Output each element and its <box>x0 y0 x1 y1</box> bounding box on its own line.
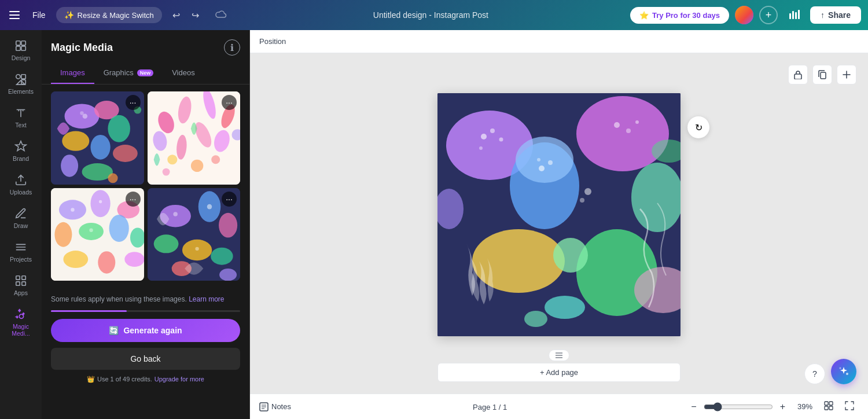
redo-button[interactable]: ↪ <box>187 8 204 23</box>
image-card-1-menu[interactable]: ··· <box>126 95 141 110</box>
info-button[interactable]: ℹ <box>224 39 240 56</box>
fullscreen-button[interactable] <box>840 399 859 414</box>
svg-point-65 <box>153 234 178 253</box>
tab-graphics[interactable]: Graphics New <box>94 63 163 84</box>
svg-point-51 <box>54 222 72 247</box>
progress-bar <box>51 310 240 312</box>
sidebar-item-magic-media[interactable]: Magic Medi... <box>2 303 39 341</box>
svg-rect-10 <box>21 46 25 50</box>
upgrade-link[interactable]: Upgrade for more <box>155 376 204 383</box>
svg-point-85 <box>481 134 487 139</box>
add-account-button[interactable]: + <box>759 6 778 24</box>
image-card-3[interactable]: ··· <box>51 188 144 281</box>
pages-toggle[interactable] <box>549 350 569 361</box>
svg-point-53 <box>109 215 129 242</box>
svg-point-59 <box>99 200 102 203</box>
sidebar-item-brand[interactable]: Brand <box>2 135 39 167</box>
file-menu-button[interactable]: File <box>28 8 50 22</box>
svg-point-31 <box>108 173 117 183</box>
svg-point-97 <box>584 188 591 195</box>
canva-assistant-button[interactable] <box>831 359 856 384</box>
svg-point-72 <box>195 247 198 250</box>
generate-again-button[interactable]: 🔄 Generate again <box>51 319 240 342</box>
avatar[interactable] <box>735 6 753 24</box>
sidebar-draw-label: Draw <box>14 222 28 229</box>
menu-button[interactable] <box>7 9 22 21</box>
sidebar-item-elements[interactable]: Elements <box>2 68 39 100</box>
topbar-right: ⭐ Try Pro for 30 days + ↑ Share <box>630 6 861 24</box>
page-indicator: Page 1 / 1 <box>473 403 507 411</box>
go-back-button[interactable]: Go back <box>51 348 240 370</box>
tab-videos[interactable]: Videos <box>163 63 204 84</box>
canvas-area: Position <box>250 30 868 419</box>
canvas-workspace[interactable]: ↻ <box>250 53 868 394</box>
svg-point-91 <box>635 120 639 124</box>
svg-rect-104 <box>825 402 828 405</box>
svg-rect-2 <box>9 18 20 19</box>
try-pro-button[interactable]: ⭐ Try Pro for 30 days <box>630 7 729 24</box>
sidebar: Design Elements Text Brand Uploads Draw <box>0 30 42 419</box>
sidebar-item-draw[interactable]: Draw <box>2 203 39 234</box>
tab-images[interactable]: Images <box>51 63 94 84</box>
svg-point-94 <box>537 158 540 161</box>
svg-point-27 <box>61 155 78 177</box>
tabs-bar: Images Graphics New Videos <box>42 63 249 84</box>
svg-rect-7 <box>16 41 20 45</box>
svg-point-77 <box>576 96 669 171</box>
refresh-button[interactable]: ↻ <box>687 116 709 138</box>
rules-text: Some rules apply when using these images… <box>51 295 240 304</box>
svg-point-57 <box>124 252 144 267</box>
svg-point-25 <box>90 135 110 160</box>
add-page-button[interactable]: + Add page <box>437 363 681 382</box>
undo-button[interactable]: ↩ <box>168 8 185 23</box>
notes-label: Notes <box>271 402 291 411</box>
sidebar-item-design[interactable]: Design <box>2 35 39 66</box>
svg-point-102 <box>840 367 841 369</box>
zoom-out-button[interactable]: − <box>689 399 698 414</box>
magic-switch-button[interactable]: ✨ Resize & Magic Switch <box>56 7 162 23</box>
sidebar-item-apps[interactable]: Apps <box>2 270 39 301</box>
svg-point-90 <box>626 128 631 133</box>
image-card-2-menu[interactable]: ··· <box>222 95 237 110</box>
svg-point-42 <box>167 155 177 164</box>
learn-more-link[interactable]: Learn more <box>189 295 224 303</box>
svg-point-81 <box>472 229 565 293</box>
sidebar-design-label: Design <box>12 54 31 61</box>
avatar-image <box>735 6 753 24</box>
svg-rect-16 <box>22 276 25 280</box>
cloud-save-button[interactable] <box>209 8 231 23</box>
zoom-slider[interactable] <box>704 402 773 411</box>
position-bar: Position <box>250 30 868 53</box>
sidebar-magic-media-label: Magic Medi... <box>5 323 37 337</box>
svg-point-23 <box>108 115 130 142</box>
design-canvas[interactable] <box>437 93 681 336</box>
canvas-container: ↻ <box>437 111 681 336</box>
sidebar-item-uploads[interactable]: Uploads <box>2 169 39 200</box>
zoom-controls: − + 39% <box>689 399 812 414</box>
help-button[interactable]: ? <box>804 363 825 384</box>
svg-point-30 <box>80 111 83 115</box>
share-button[interactable]: ↑ Share <box>810 6 861 24</box>
notes-button[interactable]: Notes <box>259 402 291 411</box>
sidebar-item-text[interactable]: Text <box>2 102 39 133</box>
svg-rect-18 <box>16 282 20 285</box>
image-card-1[interactable]: ··· <box>51 91 144 185</box>
image-card-3-menu[interactable]: ··· <box>126 192 141 207</box>
image-grid: ··· <box>42 84 249 288</box>
svg-point-19 <box>19 314 23 318</box>
svg-point-88 <box>479 146 483 150</box>
svg-point-86 <box>490 128 495 133</box>
sidebar-item-projects[interactable]: Projects <box>2 236 39 267</box>
svg-point-56 <box>98 251 115 274</box>
svg-rect-106 <box>825 406 828 410</box>
image-card-2[interactable]: ··· <box>148 91 241 185</box>
svg-rect-1 <box>9 14 20 16</box>
undo-redo-group: ↩ ↪ <box>168 8 204 23</box>
zoom-in-button[interactable]: + <box>778 399 788 414</box>
svg-point-45 <box>162 168 170 176</box>
image-card-4[interactable]: ··· <box>148 188 241 281</box>
svg-rect-4 <box>792 11 794 19</box>
image-card-4-menu[interactable]: ··· <box>222 192 237 207</box>
analytics-button[interactable] <box>784 6 804 24</box>
grid-view-button[interactable] <box>819 399 838 414</box>
